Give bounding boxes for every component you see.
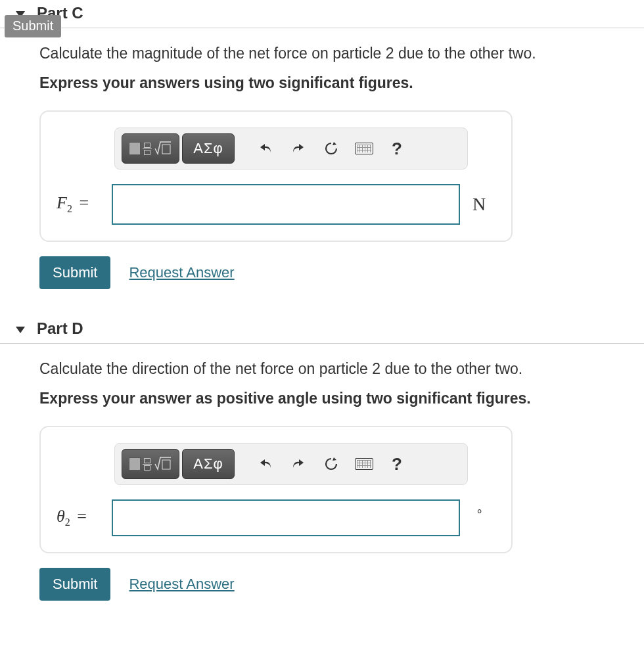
part-d-variable-label: θ2 = bbox=[54, 507, 112, 528]
equation-toolbar: ΑΣφ ? bbox=[114, 443, 468, 485]
templates-button[interactable] bbox=[122, 449, 179, 479]
keyboard-button[interactable] bbox=[350, 135, 378, 162]
part-d-header[interactable]: Part D bbox=[0, 315, 644, 344]
reset-button[interactable] bbox=[317, 135, 345, 162]
redo-button[interactable] bbox=[285, 451, 312, 477]
part-c-answer-input[interactable] bbox=[112, 184, 460, 225]
collapse-caret-icon bbox=[16, 327, 25, 333]
part-d-answer-box: ΑΣφ ? θ2 = bbox=[39, 426, 513, 553]
equation-toolbar: ΑΣφ ? bbox=[114, 127, 468, 170]
part-d-answer-input[interactable] bbox=[112, 499, 460, 536]
part-d-request-answer-link[interactable]: Request Answer bbox=[129, 576, 234, 593]
part-c-header[interactable]: Part C bbox=[0, 0, 644, 28]
root-template-icon bbox=[154, 456, 172, 472]
fraction-template-icon bbox=[143, 143, 152, 155]
part-c-request-answer-link[interactable]: Request Answer bbox=[129, 264, 234, 281]
keyboard-icon bbox=[355, 458, 373, 470]
part-d-unit: ∘ bbox=[460, 503, 498, 532]
part-d-submit-button[interactable]: Submit bbox=[39, 568, 110, 601]
undo-button[interactable] bbox=[252, 135, 279, 162]
keyboard-icon bbox=[355, 143, 373, 154]
part-c: Part C Calculate the magnitude of the ne… bbox=[0, 0, 644, 289]
part-d-hint: Express your answer as positive angle us… bbox=[39, 390, 644, 407]
part-c-hint: Express your answers using two significa… bbox=[39, 74, 644, 92]
part-c-prompt: Calculate the magnitude of the net force… bbox=[39, 45, 644, 62]
root-template-icon bbox=[154, 141, 172, 156]
undo-button[interactable] bbox=[252, 451, 279, 477]
svg-rect-0 bbox=[162, 145, 170, 154]
reset-button[interactable] bbox=[317, 451, 345, 477]
svg-rect-1 bbox=[162, 460, 170, 469]
fraction-template-icon bbox=[143, 458, 152, 471]
rect-template-icon bbox=[129, 142, 141, 155]
part-c-answer-box: ΑΣφ ? F2 = bbox=[39, 110, 513, 242]
rect-template-icon bbox=[129, 457, 141, 471]
part-d: Part D Calculate the direction of the ne… bbox=[0, 315, 644, 601]
part-d-prompt: Calculate the direction of the net force… bbox=[39, 360, 644, 378]
templates-button[interactable] bbox=[122, 133, 179, 164]
keyboard-button[interactable] bbox=[350, 451, 378, 477]
float-submit-badge: Submit bbox=[5, 15, 61, 37]
greek-symbols-button[interactable]: ΑΣφ bbox=[182, 449, 235, 479]
part-c-submit-button[interactable]: Submit bbox=[39, 256, 110, 289]
redo-button[interactable] bbox=[285, 135, 312, 162]
part-d-title: Part D bbox=[37, 319, 83, 338]
part-c-variable-label: F2 = bbox=[54, 193, 112, 215]
help-button[interactable]: ? bbox=[383, 135, 411, 162]
help-button[interactable]: ? bbox=[383, 451, 411, 477]
part-c-unit: N bbox=[460, 194, 498, 215]
greek-symbols-button[interactable]: ΑΣφ bbox=[182, 133, 235, 164]
